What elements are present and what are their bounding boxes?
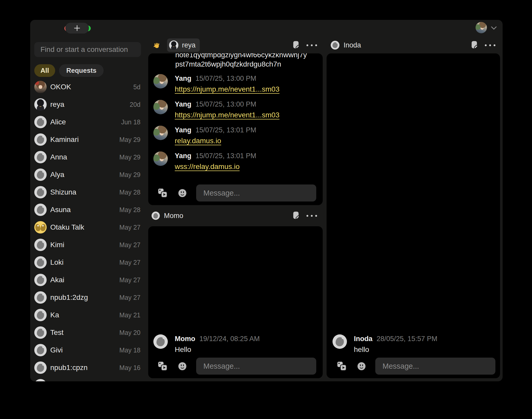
filter-requests[interactable]: Requests xyxy=(59,64,104,77)
conversation-anna[interactable]: Anna May 29 xyxy=(34,148,140,166)
avatar xyxy=(34,256,47,269)
sender-name: Yang xyxy=(175,74,192,83)
conversation-name: Akai xyxy=(50,276,119,284)
sender-avatar[interactable] xyxy=(153,126,168,140)
message-link[interactable]: https://njump.me/nevent1...sm03 xyxy=(175,111,279,119)
message-input[interactable] xyxy=(196,358,316,375)
conversation-npub-cpzn[interactable]: npub1:cpzn May 16 xyxy=(34,359,140,376)
conversation-time: May 27 xyxy=(119,294,140,301)
reya-panel-header: reya xyxy=(148,36,323,54)
conversation-alice[interactable]: Alice Jun 18 xyxy=(34,113,140,131)
reya-composer xyxy=(148,182,323,205)
conversation-time: May 28 xyxy=(119,189,140,196)
conversation-name: Test xyxy=(50,328,119,337)
message-input[interactable] xyxy=(375,358,495,375)
conversation-alya[interactable]: Alya May 29 xyxy=(34,166,140,183)
conversation-kimi[interactable]: Kimi May 27 xyxy=(34,236,140,254)
ellipsis-icon[interactable] xyxy=(306,44,317,46)
sender-name: Yang xyxy=(175,100,192,109)
ellipsis-icon[interactable] xyxy=(485,44,495,46)
chevron-down-icon[interactable] xyxy=(491,26,497,30)
conversation-time: May 27 xyxy=(119,276,140,284)
message-link[interactable]: wss://relay.damus.io xyxy=(175,163,240,171)
ellipsis-icon[interactable] xyxy=(306,215,317,217)
inoda-message-scroll[interactable]: Inoda 28/05/25, 15:57 PM hello xyxy=(327,53,500,355)
new-chat-button[interactable] xyxy=(65,23,89,34)
conversation-name: OKOK xyxy=(50,83,133,91)
momo-avatar[interactable] xyxy=(152,212,160,220)
search-bar[interactable] xyxy=(34,42,141,57)
conversation-otaku-talk[interactable]: Otaku Talk May 27 xyxy=(34,219,140,236)
compose-note-icon[interactable] xyxy=(293,41,300,50)
conversation-givi[interactable]: Givi May 18 xyxy=(34,341,140,359)
wrapped-note-id: note1qyqtmpdgzlygn4wf66cykzknwwnj7ypst7m… xyxy=(175,53,317,69)
momo-message-scroll[interactable]: Momo 19/12/24, 08:25 AM Hello xyxy=(148,226,323,355)
conversation-ka[interactable]: Ka May 21 xyxy=(34,306,140,324)
conversation-name: Otaku Talk xyxy=(50,223,119,231)
avatar xyxy=(34,239,47,251)
message: Yang 15/07/25, 13:01 PM relay.damus.io xyxy=(153,126,317,145)
sender-avatar[interactable] xyxy=(153,100,168,114)
sender-avatar[interactable] xyxy=(153,334,168,349)
sender-name: Inoda xyxy=(354,334,372,343)
sender-avatar[interactable] xyxy=(332,334,347,349)
reya-chat-area[interactable]: note1qyqtmpdgzlygn4wf66cykzknwwnj7ypst7m… xyxy=(148,53,323,205)
smiley-icon[interactable] xyxy=(178,189,187,197)
conversation-test[interactable]: Test May 20 xyxy=(34,324,140,341)
sender-avatar[interactable] xyxy=(153,74,168,88)
avatar xyxy=(34,344,47,356)
compose-note-icon[interactable] xyxy=(471,41,478,50)
conversation-name: Alya xyxy=(50,171,119,179)
conversation-time: Jun 18 xyxy=(121,118,140,126)
conversation-reya[interactable]: reya 20d xyxy=(34,96,140,113)
reya-conversation-chip[interactable]: reya xyxy=(167,38,200,52)
conversation-name: reya xyxy=(50,100,130,109)
media-picker-icon[interactable] xyxy=(158,361,168,371)
conversation-time: May 20 xyxy=(119,329,140,336)
conversation-loki[interactable]: Loki May 27 xyxy=(34,254,140,271)
message-link[interactable]: relay.damus.io xyxy=(175,137,221,145)
message: Inoda 28/05/25, 15:57 PM hello xyxy=(332,334,494,354)
message: Yang 15/07/25, 13:00 PM https://njump.me… xyxy=(153,74,317,94)
search-input[interactable] xyxy=(34,45,136,54)
conversation-partial[interactable] xyxy=(34,376,140,381)
message-time: 15/07/25, 13:01 PM xyxy=(196,126,256,134)
message-time: 15/07/25, 13:00 PM xyxy=(196,74,256,83)
panel-title: Inoda xyxy=(344,41,361,49)
media-picker-icon[interactable] xyxy=(337,361,347,371)
account-menu[interactable] xyxy=(476,22,497,33)
conversation-npub-2dzg[interactable]: npub1:2dzg May 27 xyxy=(34,289,140,306)
momo-chat-area[interactable]: Momo 19/12/24, 08:25 AM Hello xyxy=(148,226,323,378)
reya-message-scroll[interactable]: note1qyqtmpdgzlygn4wf66cykzknwwnj7ypst7m… xyxy=(148,53,323,182)
compose-note-icon[interactable] xyxy=(293,211,300,220)
message-link[interactable]: https://njump.me/nevent1...sm03 xyxy=(175,85,279,93)
conversation-shizuna[interactable]: Shizuna May 28 xyxy=(34,183,140,201)
conversation-kaminari[interactable]: Kaminari May 29 xyxy=(34,131,140,148)
conversation-name: Anna xyxy=(50,153,119,161)
conversation-asuna[interactable]: Asuna May 28 xyxy=(34,201,140,219)
conversation-name: Kaminari xyxy=(50,135,119,144)
inoda-avatar[interactable] xyxy=(331,41,339,50)
message: Momo 19/12/24, 08:25 AM Hello xyxy=(153,334,317,354)
avatar xyxy=(34,379,47,381)
conversation-list: OKOK 5d reya 20d Alice Jun 18 Kaminari M… xyxy=(34,78,140,381)
inoda-chat-area[interactable]: Inoda 28/05/25, 15:57 PM hello xyxy=(327,53,500,378)
avatar xyxy=(34,116,47,128)
sender-avatar[interactable] xyxy=(153,151,168,166)
conversation-name: Alice xyxy=(50,118,121,126)
conversation-name: Loki xyxy=(50,258,119,267)
media-picker-icon[interactable] xyxy=(158,188,168,198)
reya-avatar xyxy=(169,41,178,50)
conversation-filters: All Requests xyxy=(34,64,104,77)
message-text: hello xyxy=(354,345,437,354)
conversation-name: Shizuna xyxy=(50,188,119,196)
conversation-akai[interactable]: Akai May 27 xyxy=(34,271,140,289)
filter-all[interactable]: All xyxy=(34,64,55,77)
conversation-okok[interactable]: OKOK 5d xyxy=(34,78,140,96)
user-avatar[interactable] xyxy=(476,22,487,33)
message-input[interactable] xyxy=(196,184,316,202)
smiley-icon[interactable] xyxy=(178,362,187,370)
avatar xyxy=(34,204,47,216)
conversation-time: May 29 xyxy=(119,136,140,143)
smiley-icon[interactable] xyxy=(357,362,366,370)
